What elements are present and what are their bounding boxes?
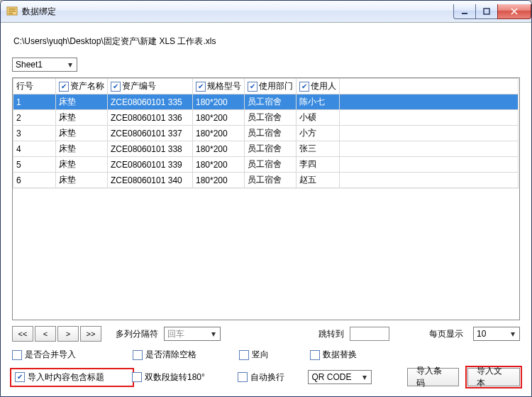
table-cell: 李四 xyxy=(297,157,340,173)
table-header-row: 行号资产名称资产编号规格型号使用部门使用人 xyxy=(13,79,519,94)
auto-wrap-checkbox[interactable]: 自动换行 xyxy=(238,371,308,384)
table-row[interactable]: 5床垫ZCE08060101 339180*200员工宿舍李四 xyxy=(13,157,519,173)
table-cell: 员工宿舍 xyxy=(245,94,297,110)
table-cell-blank xyxy=(340,94,519,110)
qr-code-select[interactable]: QR CODE ▾ xyxy=(308,370,372,384)
pager-next-button[interactable]: > xyxy=(57,326,79,342)
checkbox-icon xyxy=(238,372,248,382)
maximize-button[interactable] xyxy=(475,4,498,19)
table-cell: 张三 xyxy=(297,141,340,157)
column-header[interactable]: 规格型号 xyxy=(193,79,245,94)
table-cell: 员工宿舍 xyxy=(245,157,297,173)
minimize-button[interactable] xyxy=(453,4,476,19)
vertical-checkbox[interactable]: 竖向 xyxy=(239,349,310,361)
import-text-button[interactable]: 导入文本 xyxy=(467,368,520,386)
table-row[interactable]: 1床垫ZCE08060101 335180*200员工宿舍陈小七 xyxy=(13,94,519,110)
import-barcode-button[interactable]: 导入条码 xyxy=(407,368,460,386)
table-cell-blank xyxy=(340,157,519,173)
table-row[interactable]: 3床垫ZCE08060101 337180*200员工宿舍小方 xyxy=(13,126,519,141)
replace-num-checkbox[interactable]: 数据替换 xyxy=(310,349,409,361)
titlebar: 数据绑定 xyxy=(1,1,531,23)
checkbox-icon xyxy=(248,82,257,92)
app-icon xyxy=(6,6,18,17)
table-frame: 行号资产名称资产编号规格型号使用部门使用人 1床垫ZCE08060101 335… xyxy=(12,77,520,320)
per-page-select[interactable]: 10 ▾ xyxy=(473,327,520,341)
table-cell: 陈小七 xyxy=(297,94,340,110)
checkbox-icon xyxy=(12,350,22,360)
table-row[interactable]: 6床垫ZCE08060101 340180*200员工宿舍赵五 xyxy=(13,173,519,188)
column-header[interactable]: 使用人 xyxy=(297,79,340,94)
column-header[interactable]: 使用部门 xyxy=(245,79,297,94)
table-cell: ZCE08060101 337 xyxy=(108,126,193,141)
column-header-blank xyxy=(340,79,519,94)
column-header[interactable]: 资产编号 xyxy=(108,79,193,94)
pager-first-button[interactable]: << xyxy=(12,326,33,342)
table-cell: 床垫 xyxy=(56,126,108,141)
table-cell: ZCE08060101 335 xyxy=(108,94,193,110)
table-cell: 6 xyxy=(13,173,56,188)
table-cell: 180*200 xyxy=(193,141,245,157)
table-cell-blank xyxy=(340,126,519,141)
rotate180-checkbox[interactable]: 双数段旋转180° xyxy=(132,371,238,384)
table-cell: 床垫 xyxy=(56,110,108,126)
table-cell: 员工宿舍 xyxy=(245,173,297,188)
replace-num-label: 数据替换 xyxy=(323,349,357,361)
pager-last-button[interactable]: >> xyxy=(80,326,101,342)
table-cell: ZCE08060101 339 xyxy=(108,157,193,173)
checkbox-icon xyxy=(132,372,142,382)
svg-rect-4 xyxy=(462,13,467,14)
table-cell: 180*200 xyxy=(193,157,245,173)
table-cell: ZCE08060101 340 xyxy=(108,173,193,188)
clear-spaces-label: 是否清除空格 xyxy=(145,349,196,361)
table-cell-blank xyxy=(340,173,519,188)
chevron-down-icon: ▾ xyxy=(360,372,370,382)
close-button[interactable] xyxy=(497,4,531,19)
window: 数据绑定 C:\Users\yuqh\Desktop\固定资产\新建 XLS 工… xyxy=(0,0,532,397)
table-cell-blank xyxy=(340,110,519,126)
file-path: C:\Users\yuqh\Desktop\固定资产\新建 XLS 工作表.xl… xyxy=(13,36,520,48)
checkbox-icon xyxy=(15,372,25,382)
table-cell: 3 xyxy=(13,126,56,141)
table-cell: 员工宿舍 xyxy=(245,141,297,157)
chevron-down-icon: ▾ xyxy=(209,329,218,339)
jump-input[interactable] xyxy=(350,327,389,341)
multi-sep-value: 回车 xyxy=(167,328,184,340)
pager-buttons: << < > >> xyxy=(12,326,103,342)
column-header[interactable]: 行号 xyxy=(13,79,56,94)
table-cell: ZCE08060101 338 xyxy=(108,141,193,157)
table-cell: 小硕 xyxy=(297,110,340,126)
table-row[interactable]: 4床垫ZCE08060101 338180*200员工宿舍张三 xyxy=(13,141,519,157)
table-cell: 180*200 xyxy=(193,173,245,188)
sheet-select-value: Sheet1 xyxy=(16,60,43,70)
checkbox-icon xyxy=(196,82,206,92)
include-title-checkbox[interactable]: 导入时内容包含标题 xyxy=(12,370,132,385)
table-body: 1床垫ZCE08060101 335180*200员工宿舍陈小七2床垫ZCE08… xyxy=(13,94,519,188)
table-cell: 180*200 xyxy=(193,126,245,141)
svg-rect-3 xyxy=(9,13,13,14)
clear-spaces-checkbox[interactable]: 是否清除空格 xyxy=(133,349,239,361)
checkbox-icon xyxy=(299,82,309,92)
pager-prev-button[interactable]: < xyxy=(35,326,56,342)
multi-sep-select[interactable]: 回车 ▾ xyxy=(164,327,221,341)
checkbox-icon xyxy=(133,350,143,360)
multi-sep-label: 多列分隔符 xyxy=(116,328,158,340)
column-header-label: 资产编号 xyxy=(122,80,156,92)
table-row[interactable]: 2床垫ZCE08060101 336180*200员工宿舍小硕 xyxy=(13,110,519,126)
checkbox-icon xyxy=(111,82,121,92)
column-header-label: 使用人 xyxy=(311,80,336,92)
chevron-down-icon: ▾ xyxy=(508,329,518,339)
column-header[interactable]: 资产名称 xyxy=(56,79,108,94)
jump-label: 跳转到 xyxy=(318,328,344,340)
auto-wrap-label: 自动换行 xyxy=(250,371,284,384)
merge-import-checkbox[interactable]: 是否合并导入 xyxy=(12,349,133,361)
table-cell: 4 xyxy=(13,141,56,157)
table-cell: 小方 xyxy=(297,126,340,141)
sheet-select[interactable]: Sheet1 ▾ xyxy=(12,58,77,72)
merge-import-label: 是否合并导入 xyxy=(25,349,76,361)
table-cell: 2 xyxy=(13,110,56,126)
table-cell: 床垫 xyxy=(56,141,108,157)
table-cell: 5 xyxy=(13,157,56,173)
client-area: C:\Users\yuqh\Desktop\固定资产\新建 XLS 工作表.xl… xyxy=(1,23,531,396)
chevron-down-icon: ▾ xyxy=(65,60,75,70)
options-rows: 是否合并导入 是否清除空格 竖向 xyxy=(12,349,520,386)
